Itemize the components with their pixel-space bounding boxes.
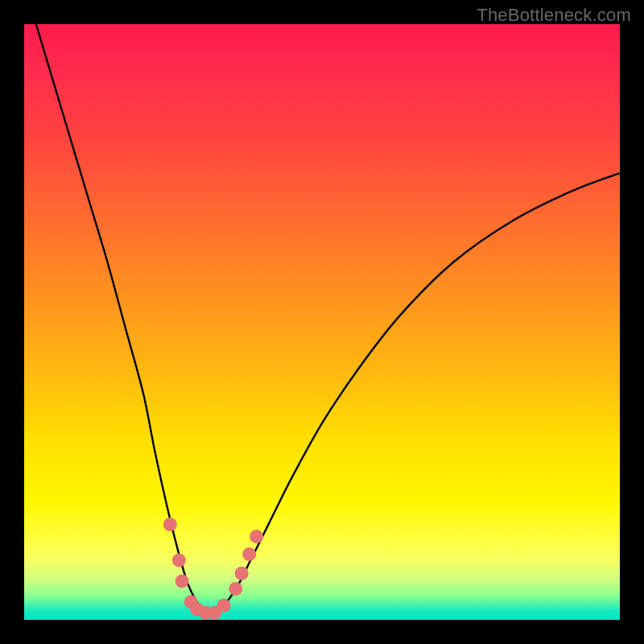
curve-marker (229, 582, 242, 596)
curve-marker (242, 547, 256, 561)
chart-plot-area (24, 24, 620, 620)
curve-marker (235, 567, 249, 580)
chart-frame: TheBottleneck.com (0, 0, 644, 644)
curve-marker (250, 530, 263, 543)
curve-marker (175, 574, 189, 588)
curve-marker (217, 599, 230, 613)
curve-marker (163, 518, 177, 531)
bottleneck-curve-svg (24, 24, 620, 620)
watermark-text: TheBottleneck.com (477, 5, 631, 26)
curve-marker (172, 554, 186, 568)
bottleneck-curve-path (36, 24, 620, 614)
